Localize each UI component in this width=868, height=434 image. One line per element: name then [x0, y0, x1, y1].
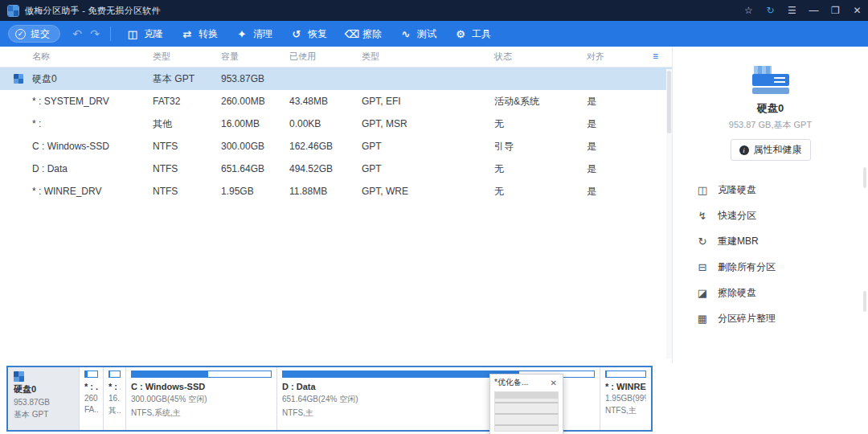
diskmap-partition-c[interactable]: C : Windows-SSD 300.00GB(45% 空闲) NTFS,系统…: [125, 367, 276, 430]
convert-icon: ⇄: [181, 28, 194, 40]
scrollbar-thumb[interactable]: [863, 167, 866, 188]
toolbar-item-convert[interactable]: ⇄ 转换: [172, 21, 227, 47]
disk-illustration-icon: [752, 66, 789, 95]
table-scrollbar[interactable]: [666, 69, 672, 358]
cell-status: 引导: [478, 140, 571, 154]
cell-status: 活动&系统: [478, 95, 571, 108]
toolbar-item-clean[interactable]: ✦ 清理: [227, 21, 281, 47]
favorite-star-icon[interactable]: ☆: [738, 0, 760, 21]
panel-scrollbar[interactable]: [863, 167, 866, 312]
partition-fs: NTFS,系统,主: [131, 407, 272, 419]
table-row-disk0[interactable]: 硬盘0 基本 GPT 953.87GB: [0, 68, 672, 90]
action-label: 分区碎片整理: [718, 312, 776, 326]
cell-used: 43.48MB: [273, 96, 346, 107]
action-rebuild-mbr[interactable]: ↻ 重建MBR: [673, 228, 868, 254]
wipe-icon: ⌫: [345, 28, 358, 40]
redo-icon[interactable]: ↷: [86, 25, 104, 43]
diskmap-disk-name: 硬盘0: [14, 383, 73, 395]
close-icon[interactable]: ✕: [549, 379, 559, 387]
diskmap-partition-winre[interactable]: * : WINRE_... 1.95GB(99%... NTFS,主: [600, 367, 651, 430]
wipe-disk-icon: ◪: [697, 287, 708, 299]
action-label: 擦除硬盘: [718, 286, 756, 300]
toolbar-item-label: 工具: [472, 27, 491, 41]
submit-label: 提交: [31, 27, 50, 41]
check-circle-icon: ✓: [15, 29, 26, 39]
update-icon[interactable]: ↻: [760, 0, 781, 21]
test-icon: ∿: [399, 28, 412, 40]
cell-name: * :: [16, 118, 137, 129]
action-defragment[interactable]: ▦ 分区碎片整理: [673, 305, 868, 331]
diskmap-disk-label[interactable]: 硬盘0 953.87GB 基本 GPT: [8, 367, 79, 430]
disk-map: 硬盘0 953.87GB 基本 GPT * : ... 260... FA...…: [0, 363, 868, 434]
header-capacity[interactable]: 容量: [205, 51, 273, 63]
cell-capacity: 300.00GB: [205, 141, 273, 152]
table-row-winre-drv[interactable]: * : WINRE_DRV NTFS 1.95GB 11.88MB GPT, W…: [0, 180, 672, 203]
partition-fs: 其...: [108, 405, 121, 416]
menu-icon[interactable]: ☰: [781, 0, 803, 21]
usage-bar: [131, 371, 272, 378]
titlebar-controls: ☆ ↻ ☰ — ❐ ✕: [738, 0, 868, 21]
partition-name: * : WINRE_...: [605, 382, 646, 391]
main-area: 名称 类型 容量 已使用 类型 状态 对齐 ≡ 硬盘0 基本 GPT 953.8…: [0, 47, 868, 363]
rebuild-mbr-icon: ↻: [697, 235, 708, 248]
action-delete-all-partitions[interactable]: ⊟ 删除所有分区: [673, 254, 868, 280]
cell-aligned: 是: [571, 95, 672, 108]
cell-gpt: GPT, EFI: [346, 96, 478, 107]
action-label: 重建MBR: [718, 235, 759, 248]
maximize-button[interactable]: ❐: [825, 0, 846, 21]
partition-name: * : ...: [84, 382, 98, 391]
undo-icon[interactable]: ↶: [68, 25, 86, 43]
cell-aligned: 是: [571, 140, 672, 154]
toolbar-item-tools[interactable]: ⚙ 工具: [445, 21, 500, 47]
disk-body: [752, 74, 789, 86]
partition-fs: FA...: [84, 405, 98, 414]
popup-header: *优化备... ✕: [490, 375, 563, 391]
header-fs-type[interactable]: 类型: [137, 51, 205, 63]
diskmap-partition-msr[interactable]: * : ... 16.... 其...: [103, 367, 125, 430]
properties-label: 属性和健康: [754, 143, 802, 157]
header-name[interactable]: 名称: [16, 51, 137, 63]
header-status[interactable]: 状态: [478, 51, 571, 63]
properties-health-button[interactable]: i 属性和健康: [731, 139, 811, 161]
diskmap-partition-system-drv[interactable]: * : ... 260... FA...: [79, 367, 103, 430]
table-row-c-windows-ssd[interactable]: C : Windows-SSD NTFS 300.00GB 162.46GB G…: [0, 135, 672, 158]
disk-base: [752, 88, 789, 94]
minimize-button[interactable]: —: [803, 0, 825, 21]
right-panel: 硬盘0 953.87 GB,基本 GPT i 属性和健康 ◫ 克隆硬盘 ↯ 快速…: [672, 47, 868, 363]
table-header: 名称 类型 容量 已使用 类型 状态 对齐 ≡: [0, 47, 672, 68]
cell-type: 其他: [137, 117, 205, 131]
action-wipe-disk[interactable]: ◪ 擦除硬盘: [673, 280, 868, 305]
toolbar-item-wipe[interactable]: ⌫ 擦除: [336, 21, 391, 47]
partition-table: 名称 类型 容量 已使用 类型 状态 对齐 ≡ 硬盘0 基本 GPT 953.8…: [0, 47, 672, 363]
cell-aligned: 是: [571, 117, 672, 131]
cell-status: 无: [478, 185, 571, 199]
toolbar-item-label: 转换: [199, 27, 218, 41]
cell-name: D : Data: [16, 163, 137, 174]
toolbar-item-recover[interactable]: ↺ 恢复: [281, 21, 336, 47]
submit-button[interactable]: ✓ 提交: [8, 25, 60, 43]
scrollbar-thumb[interactable]: [667, 71, 671, 133]
action-label: 快速分区: [718, 209, 756, 223]
header-used[interactable]: 已使用: [273, 51, 346, 63]
toolbar-item-test[interactable]: ∿ 测试: [391, 21, 445, 47]
close-button[interactable]: ✕: [846, 0, 868, 21]
partition-fs: NTFS,主: [605, 405, 646, 416]
partition-name: C : Windows-SSD: [131, 382, 272, 391]
table-row-msr[interactable]: * : 其他 16.00MB 0.00KB GPT, MSR 无 是: [0, 113, 672, 135]
action-clone-disk[interactable]: ◫ 克隆硬盘: [673, 177, 868, 203]
usage-bar: [84, 371, 98, 378]
scrollbar-thumb[interactable]: [863, 291, 866, 312]
cell-name: * : SYSTEM_DRV: [16, 96, 137, 107]
partition-size: 300.00GB(45% 空闲): [131, 394, 272, 405]
partition-size: 1.95GB(99%...: [605, 394, 646, 403]
toolbar-item-clone[interactable]: ◫ 克隆: [117, 21, 172, 47]
disk-icon: [14, 74, 23, 84]
popup-thumbnail-image[interactable]: [494, 391, 559, 432]
header-gpt-type[interactable]: 类型: [346, 51, 478, 63]
table-row-d-data[interactable]: D : Data NTFS 651.64GB 494.52GB GPT 无 是: [0, 158, 672, 180]
action-quick-partition[interactable]: ↯ 快速分区: [673, 203, 868, 228]
clone-disk-icon: ◫: [697, 184, 708, 196]
table-row-system-drv[interactable]: * : SYSTEM_DRV FAT32 260.00MB 43.48MB GP…: [0, 90, 672, 113]
info-icon: i: [739, 145, 749, 155]
column-settings-icon[interactable]: ≡: [653, 51, 657, 62]
